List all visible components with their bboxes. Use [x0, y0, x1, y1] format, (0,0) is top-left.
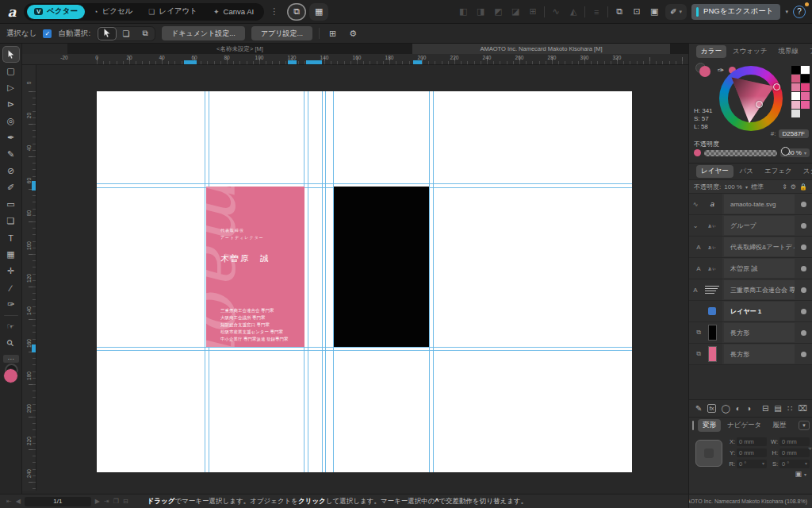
tab-アピアラ[interactable]: アピアラ — [805, 45, 812, 58]
visibility-toggle[interactable] — [795, 258, 812, 279]
expand-icon[interactable]: ⌄ — [689, 215, 702, 236]
tab-スタイル[interactable]: スタイル — [799, 165, 812, 178]
color-swatch[interactable] — [791, 110, 800, 117]
prev-page-icon[interactable]: ◀ — [16, 498, 21, 505]
gear-icon[interactable]: ⚙ — [791, 183, 796, 190]
doc-tab-active[interactable]: AMAOTO Inc. Namecard Makoto Kisohara [M] — [412, 44, 670, 54]
hex-field[interactable]: D2587F — [779, 129, 809, 138]
link-dimensions-icon[interactable]: ⫟ — [808, 444, 812, 452]
layer-row[interactable]: ∿aamaoto-tate.svg — [689, 194, 812, 215]
next-page-icon[interactable]: ▶ — [95, 498, 100, 505]
auto-select-checkbox[interactable]: ✓ — [43, 29, 52, 38]
move-inside-icon[interactable]: ⊟ — [762, 404, 768, 413]
node-tool[interactable]: ▷ — [2, 79, 20, 96]
guide-line-vertical[interactable] — [429, 91, 430, 472]
tab-ナビゲータ[interactable]: ナビゲータ — [722, 419, 766, 432]
page-indicator[interactable]: 1/1 — [25, 497, 91, 506]
visibility-toggle[interactable] — [795, 194, 812, 214]
color-swatch[interactable] — [801, 83, 810, 91]
layer-name[interactable]: 長方形 — [724, 323, 795, 342]
persona-tab-レイアウト[interactable]: ❏レイアウト — [141, 5, 205, 19]
persona-overflow-menu[interactable]: ⋮ — [264, 6, 284, 17]
field-input[interactable]: 0 °▾ — [779, 460, 810, 468]
visibility-toggle[interactable] — [795, 237, 812, 257]
guide-line-vertical[interactable] — [325, 91, 326, 472]
image-tool[interactable]: ▦ — [2, 246, 20, 263]
adjustment-layer-icon[interactable]: ◐ — [736, 404, 741, 413]
field-input[interactable]: 0 mm — [737, 437, 767, 446]
layer-name[interactable]: amaoto-tate.svg — [724, 194, 795, 214]
duplicate-page-icon[interactable]: ❐ — [113, 498, 119, 505]
transform-options-button[interactable]: ▣ ▾ — [795, 470, 806, 478]
panel-menu-icon[interactable]: ▼ — [799, 421, 810, 430]
field-input[interactable]: 0 mm — [779, 448, 810, 457]
select-group-button[interactable]: ⧉ — [136, 27, 155, 40]
canvas-viewport[interactable]: amaoto 代表取締役 アートディレクター 木曽原 誠 三重県商工会連合会 専… — [36, 65, 688, 491]
vertical-ruler[interactable]: 020406080100120140160180200220240 — [22, 65, 36, 491]
new-group-icon[interactable]: ▤ — [774, 404, 781, 413]
tab-スウォッチ[interactable]: スウォッチ — [728, 45, 772, 58]
stroke-fill-swatch[interactable] — [695, 63, 713, 77]
shapes-library-button[interactable]: ⧉ — [287, 3, 306, 21]
business-card-front[interactable]: amaoto 代表取締役 アートディレクター 木曽原 誠 三重県商工会連合会 専… — [206, 187, 304, 347]
pattern-layer-icon[interactable]: ∷ — [787, 404, 792, 413]
hardware-accel-button[interactable]: ✐ ▾ — [665, 4, 687, 20]
doc-tab-untitled[interactable]: <名称未設定> [M] — [67, 44, 412, 54]
layer-name[interactable]: 木曽原 誠 — [724, 259, 795, 278]
panel-drag-handle[interactable] — [692, 421, 694, 430]
select-layer-button[interactable]: ❏ — [117, 27, 136, 40]
affinity-logo[interactable]: a — [0, 4, 24, 20]
layer-name[interactable]: レイヤー 1 — [724, 302, 795, 321]
layer-row[interactable]: ⌄あ いグループ — [689, 215, 812, 237]
app-settings-button[interactable]: アプリ設定... — [251, 26, 312, 40]
brush-tool[interactable]: ✐ — [2, 179, 20, 196]
zoom-tool[interactable]: ⚲ — [2, 335, 20, 352]
gear-icon[interactable]: ⚙ — [346, 29, 360, 39]
layer-row[interactable]: ⧉長方形 — [689, 322, 812, 344]
visibility-toggle[interactable] — [795, 279, 812, 300]
layer-row[interactable]: Aあ い代表取締役&アートディレク… — [689, 237, 812, 258]
layer-row[interactable]: ⧉長方形 — [689, 344, 812, 365]
tab-エフェク[interactable]: エフェク — [760, 165, 797, 178]
guide-line-vertical[interactable] — [322, 91, 323, 472]
color-swatch[interactable] — [801, 66, 810, 74]
tab-履歴[interactable]: 履歴 — [768, 419, 791, 432]
edit-all-layers-icon[interactable]: ✎ — [695, 404, 702, 413]
rectangle-tool[interactable]: ▭ — [2, 196, 20, 213]
insert-behind-icon[interactable]: ⧉ — [613, 6, 626, 17]
pen-tool[interactable]: ✒ — [2, 129, 20, 146]
layer-fx-icon[interactable]: fx — [707, 404, 715, 413]
tab-境界線[interactable]: 境界線 — [773, 45, 803, 58]
visibility-toggle[interactable] — [795, 322, 812, 343]
color-swatch[interactable] — [791, 92, 800, 100]
color-swatch[interactable] — [801, 92, 810, 100]
visibility-toggle[interactable] — [795, 344, 812, 364]
color-swatch[interactable] — [791, 83, 800, 91]
guide-line-vertical[interactable] — [433, 91, 434, 472]
export-png-button[interactable]: PNGをエクスポート — [691, 4, 780, 20]
layer-row[interactable]: A三重県商工会連合会 専門家 大… — [689, 279, 812, 301]
snapping-icon[interactable]: ⊞ — [326, 29, 339, 39]
lock-icon[interactable]: 🔒 — [799, 183, 807, 190]
guide-line-vertical[interactable] — [308, 91, 308, 472]
business-card-back[interactable] — [334, 187, 429, 347]
opacity-knob[interactable] — [781, 147, 790, 156]
field-input[interactable]: 0 mm — [779, 437, 810, 446]
persona-tab-ピクセル[interactable]: ◔ピクセル — [86, 5, 140, 19]
guide-line-horizontal[interactable] — [97, 350, 632, 351]
layer-name[interactable]: 代表取締役&アートディレク… — [724, 237, 795, 256]
tab-カラー[interactable]: カラー — [696, 45, 726, 58]
layer-row[interactable]: レイヤー 1 — [689, 301, 812, 322]
help-button[interactable]: ? — [793, 6, 806, 18]
color-swatch[interactable] — [801, 101, 810, 109]
visibility-toggle[interactable] — [795, 215, 812, 236]
fill-swatch[interactable] — [699, 66, 710, 77]
contour-tool[interactable]: ⊳ — [2, 96, 20, 113]
vector-brush-tool[interactable]: ⊘ — [2, 163, 20, 179]
tab-レイヤー[interactable]: レイヤー — [696, 165, 733, 178]
persona-tab-Canva AI[interactable]: ✦Canva AI — [206, 5, 261, 19]
layer-row[interactable]: Aあ い木曽原 誠 — [689, 258, 812, 279]
artboard-tool[interactable]: ▢ — [2, 63, 20, 79]
horizontal-ruler[interactable]: -200204060801001201401601802002202402602… — [22, 54, 688, 65]
knife-tool[interactable]: ∕ — [2, 279, 20, 296]
